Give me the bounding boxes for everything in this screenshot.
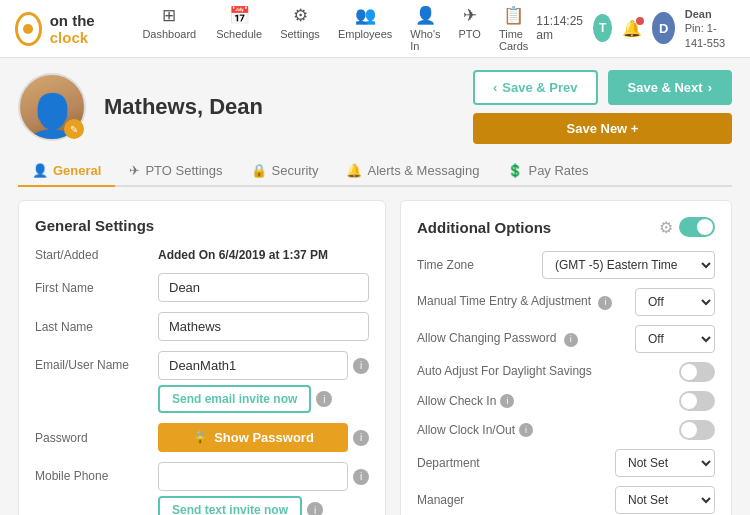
- time-display: 11:14:25 am: [536, 14, 583, 42]
- user-avatar: D: [652, 12, 674, 44]
- action-buttons: ‹ Save & Prev Save & Next › Save New +: [473, 70, 732, 144]
- checkin-info[interactable]: i: [500, 394, 514, 408]
- nav-employees[interactable]: 👥 Employees: [330, 0, 400, 58]
- manager-label: Manager: [417, 493, 607, 507]
- tabs-bar: 👤 General ✈ PTO Settings 🔒 Security 🔔 Al…: [18, 156, 732, 187]
- chevron-right-icon: ›: [708, 80, 712, 95]
- last-name-row: Last Name: [35, 312, 369, 341]
- tab-general[interactable]: 👤 General: [18, 156, 115, 187]
- first-name-row: First Name: [35, 273, 369, 302]
- security-icon: 🔒: [251, 163, 267, 178]
- mobile-value-col: i Send text invite now i: [158, 462, 369, 515]
- lock-icon: 🔒: [192, 430, 208, 445]
- allow-clockinout-label: Allow Clock In/Out i: [417, 423, 671, 437]
- allow-password-label: Allow Changing Password i: [417, 331, 627, 347]
- manual-time-select[interactable]: Off: [635, 288, 715, 316]
- allow-password-row: Allow Changing Password i Off: [417, 325, 715, 353]
- t-avatar: T: [593, 14, 612, 42]
- password-row: Password 🔒 Show Password i: [35, 423, 369, 452]
- user-info: Dean Pin: 1-141-553: [685, 7, 735, 50]
- nav-timecards[interactable]: 📋 Time Cards: [491, 0, 536, 58]
- allow-checkin-label: Allow Check In i: [417, 394, 671, 408]
- profile-name: Mathews, Dean: [104, 94, 263, 120]
- allow-password-info[interactable]: i: [564, 333, 578, 347]
- main-content: 👤 ✎ Mathews, Dean ‹ Save & Prev Save & N…: [0, 58, 750, 515]
- manager-row: Manager Not Set: [417, 486, 715, 514]
- send-email-invite-button[interactable]: Send email invite now: [158, 385, 311, 413]
- logo-text: on the clock: [50, 12, 115, 46]
- send-text-invite-button[interactable]: Send text invite now: [158, 496, 302, 515]
- header-right: 11:14:25 am T 🔔 D Dean Pin: 1-141-553: [536, 7, 735, 50]
- manual-time-label: Manual Time Entry & Adjustment i: [417, 294, 627, 310]
- auto-adjust-toggle[interactable]: [679, 362, 715, 382]
- additional-options-title: Additional Options: [417, 219, 551, 236]
- start-added-label: Start/Added: [35, 248, 150, 262]
- department-row: Department Not Set: [417, 449, 715, 477]
- timezone-label: Time Zone: [417, 258, 534, 272]
- nav-pto[interactable]: ✈ PTO: [451, 0, 489, 58]
- password-label: Password: [35, 431, 150, 445]
- tab-pto-settings[interactable]: ✈ PTO Settings: [115, 156, 236, 187]
- logo-circle: [15, 12, 42, 46]
- start-added-value: Added On 6/4/2019 at 1:37 PM: [158, 248, 328, 262]
- header: on the clock ⊞ Dashboard 📅 Schedule ⚙ Se…: [0, 0, 750, 58]
- general-icon: 👤: [32, 163, 48, 178]
- save-new-button[interactable]: Save New +: [473, 113, 732, 144]
- save-next-button[interactable]: Save & Next ›: [608, 70, 733, 105]
- tab-alerts[interactable]: 🔔 Alerts & Messaging: [332, 156, 493, 187]
- logo-area[interactable]: on the clock: [15, 12, 114, 46]
- notification-bell[interactable]: 🔔: [622, 19, 642, 38]
- additional-options-panel: Additional Options ⚙ Time Zone (GMT -5) …: [400, 200, 732, 515]
- profile-header: 👤 ✎ Mathews, Dean ‹ Save & Prev Save & N…: [18, 70, 732, 144]
- email-row: Email/User Name i Send email invite now …: [35, 351, 369, 413]
- nav-bar: ⊞ Dashboard 📅 Schedule ⚙ Settings 👥 Empl…: [132, 0, 536, 58]
- notification-badge: [636, 17, 644, 25]
- last-name-label: Last Name: [35, 320, 150, 334]
- nav-schedule[interactable]: 📅 Schedule: [208, 0, 270, 58]
- manual-time-info[interactable]: i: [598, 296, 612, 310]
- mobile-input[interactable]: [158, 462, 348, 491]
- pto-icon: ✈: [129, 163, 140, 178]
- allow-checkin-row: Allow Check In i: [417, 391, 715, 411]
- show-password-button[interactable]: 🔒 Show Password: [158, 423, 348, 452]
- pay-icon: 💲: [507, 163, 523, 178]
- tab-pay-rates[interactable]: 💲 Pay Rates: [493, 156, 602, 187]
- department-select[interactable]: Not Set: [615, 449, 715, 477]
- general-settings-title: General Settings: [35, 217, 369, 234]
- nav-settings[interactable]: ⚙ Settings: [272, 0, 328, 58]
- email-invite-info-icon[interactable]: i: [316, 391, 332, 407]
- text-invite-info-icon[interactable]: i: [307, 502, 323, 515]
- email-input[interactable]: [158, 351, 348, 380]
- alerts-icon: 🔔: [346, 163, 362, 178]
- tab-security[interactable]: 🔒 Security: [237, 156, 333, 187]
- chevron-left-icon: ‹: [493, 80, 497, 95]
- first-name-input[interactable]: [158, 273, 369, 302]
- gear-icon[interactable]: ⚙: [659, 218, 673, 237]
- main-toggle-on[interactable]: [679, 217, 715, 237]
- email-info-icon[interactable]: i: [353, 358, 369, 374]
- first-name-label: First Name: [35, 281, 150, 295]
- department-label: Department: [417, 456, 607, 470]
- save-prev-button[interactable]: ‹ Save & Prev: [473, 70, 598, 105]
- manual-time-row: Manual Time Entry & Adjustment i Off: [417, 288, 715, 316]
- clockinout-toggle[interactable]: [679, 420, 715, 440]
- nav-whos-in[interactable]: 👤 Who's In: [402, 0, 448, 58]
- password-info-icon[interactable]: i: [353, 430, 369, 446]
- last-name-input[interactable]: [158, 312, 369, 341]
- manager-select[interactable]: Not Set: [615, 486, 715, 514]
- general-settings-panel: General Settings Start/Added Added On 6/…: [18, 200, 386, 515]
- timezone-row: Time Zone (GMT -5) Eastern Time: [417, 251, 715, 279]
- checkin-toggle[interactable]: [679, 391, 715, 411]
- allow-password-select[interactable]: Off: [635, 325, 715, 353]
- clockinout-info[interactable]: i: [519, 423, 533, 437]
- allow-clockinout-row: Allow Clock In/Out i: [417, 420, 715, 440]
- timezone-select[interactable]: (GMT -5) Eastern Time: [542, 251, 715, 279]
- edit-avatar-button[interactable]: ✎: [64, 119, 84, 139]
- mobile-label: Mobile Phone: [35, 462, 150, 483]
- mobile-row: Mobile Phone i Send text invite now i: [35, 462, 369, 515]
- start-added-row: Start/Added Added On 6/4/2019 at 1:37 PM: [35, 248, 369, 262]
- nav-dashboard[interactable]: ⊞ Dashboard: [132, 0, 206, 58]
- auto-adjust-label: Auto Adjust For Daylight Savings: [417, 364, 671, 380]
- additional-options-header: Additional Options ⚙: [417, 217, 715, 237]
- mobile-info-icon[interactable]: i: [353, 469, 369, 485]
